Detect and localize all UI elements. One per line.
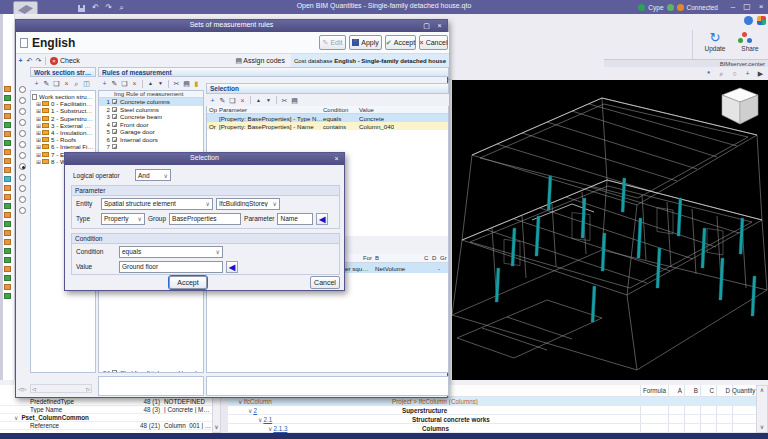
columns-icon[interactable]: ◫ <box>82 79 91 88</box>
edit-button[interactable]: ✎ Edit <box>319 35 346 50</box>
add-icon[interactable]: + <box>16 56 25 65</box>
edit-icon[interactable]: ✎ <box>218 96 227 105</box>
navigation-cube[interactable] <box>718 86 762 126</box>
user-icon[interactable] <box>667 4 674 11</box>
entity-class-select[interactable]: IfcBuildingStorey∨ <box>216 198 280 210</box>
property-row[interactable]: Type Name48 (3)| Concrete | Metal <box>0 406 212 414</box>
rule-set-radio[interactable] <box>19 130 26 137</box>
tree-item[interactable]: ⊞4 - Insulation and <box>32 129 94 136</box>
cut-icon[interactable]: ✂ <box>280 96 289 105</box>
add-icon[interactable]: + <box>32 79 41 88</box>
tree-root-item[interactable]: Work section structure <box>32 93 94 100</box>
tree-item[interactable]: ⊞6 - Internal Finishe <box>32 143 94 150</box>
rule-set-radio[interactable] <box>19 86 26 93</box>
rule-set-radio[interactable] <box>19 185 26 192</box>
quantity-row[interactable]: ∨2.1Structural concrete works <box>228 415 756 424</box>
maximize-button[interactable]: ▢ <box>740 1 754 13</box>
edit-icon[interactable]: ✎ <box>42 79 51 88</box>
paste-icon[interactable]: ▤ <box>290 96 299 105</box>
nav-left-icon[interactable]: ◁ <box>18 386 22 392</box>
expand-icon[interactable]: ⊞ <box>36 158 41 165</box>
move-up-icon[interactable]: ▲ <box>254 96 263 105</box>
expand-icon[interactable]: ⊞ <box>36 129 41 136</box>
dialog-close-button[interactable]: × <box>330 154 343 164</box>
edit-icon[interactable]: ✎ <box>110 79 119 88</box>
scroll-down-icon[interactable]: ∨ <box>757 423 767 432</box>
rule-set-radio[interactable] <box>19 207 26 214</box>
expand-icon[interactable]: ⊞ <box>36 143 41 150</box>
rule-row[interactable]: 5Garage door <box>99 128 203 136</box>
paste-icon[interactable]: ▤ <box>182 79 191 88</box>
tree-nav-buttons[interactable]: ◁ ▷ <box>18 384 27 393</box>
collapse-icon[interactable]: ∨ <box>258 416 262 423</box>
copy-icon[interactable]: ❏ <box>52 79 61 88</box>
rule-checkbox[interactable] <box>112 122 117 127</box>
rule-set-radio[interactable] <box>19 108 26 115</box>
cype-icon[interactable] <box>638 4 645 11</box>
collapse-icon[interactable]: ∨ <box>238 398 242 405</box>
rule-set-radio[interactable] <box>19 174 26 181</box>
rules-dialog-titlebar[interactable]: Sets of measurement rules ▢ × <box>16 20 447 32</box>
rule-checkbox[interactable] <box>112 99 117 104</box>
rule-checkbox[interactable] <box>112 107 117 112</box>
tree-item[interactable]: ⊞5 - Roofs <box>32 136 94 143</box>
cancel-button[interactable]: × Cancel <box>419 35 448 50</box>
delete-icon[interactable]: × <box>62 79 71 88</box>
rule-checkbox[interactable] <box>112 114 117 119</box>
quantity-row[interactable]: ∨IfcColumnProject > IfcColumn (Columns) <box>228 397 756 406</box>
rule-row[interactable]: 4Front door <box>99 121 203 129</box>
scroll-up-icon[interactable]: ∧ <box>757 386 767 395</box>
rule-row[interactable]: 1Concrete columns <box>99 98 203 106</box>
expand-icon[interactable]: ⊞ <box>36 107 41 114</box>
collapse-icon[interactable]: ∨ <box>268 425 272 432</box>
rule-set-radio[interactable] <box>19 196 26 203</box>
accept-button[interactable]: Accept <box>169 276 207 289</box>
rule-set-radio[interactable] <box>19 141 26 148</box>
nav-right-icon[interactable]: ▷ <box>23 386 27 392</box>
delete-icon[interactable]: × <box>130 79 139 88</box>
quantity-row[interactable]: ∨2Superstructure <box>228 406 756 415</box>
measure-fragment-row[interactable]: er squa... NetVolume - <box>345 263 448 273</box>
undo-icon[interactable]: ↶ <box>25 56 34 65</box>
orbit-icon[interactable]: + <box>742 69 753 79</box>
tree-item[interactable]: ⊞2 - Superstructure <box>32 115 94 122</box>
assign-codes-button[interactable]: Assign codes <box>243 57 285 64</box>
parameter-field[interactable]: Name <box>277 213 313 225</box>
expand-icon[interactable]: ⊞ <box>36 115 41 122</box>
rule-set-radio[interactable] <box>19 163 26 170</box>
selection-row[interactable]: [Property: BaseProperties] - Type Nameeq… <box>207 114 448 122</box>
delete-icon[interactable]: × <box>238 96 247 105</box>
tree-item[interactable]: ⊞1 - Substructure <box>32 107 94 114</box>
close-button[interactable]: × <box>754 1 768 13</box>
rule-set-radio[interactable] <box>19 97 26 104</box>
collapse-icon[interactable]: ∨ <box>248 407 252 414</box>
accept-button[interactable]: ✔ Accept <box>385 35 416 50</box>
logical-operator-select[interactable]: And∨ <box>135 169 171 181</box>
rule-checkbox[interactable] <box>112 137 117 142</box>
tree-item[interactable]: ⊞0 - Facilitating wor <box>32 100 94 107</box>
scroll-down-icon[interactable]: ∨ <box>213 423 220 432</box>
rule-row[interactable]: 24Cladding (kitchen and laundr... <box>99 368 203 373</box>
condition-select[interactable]: equals∨ <box>119 246 223 258</box>
highlight-icon[interactable]: ▮ <box>192 79 201 88</box>
share-button[interactable]: Share <box>734 31 766 52</box>
apps-icon[interactable] <box>757 16 766 25</box>
property-row[interactable]: Reference48 (21)Column_001 | Column_002 … <box>0 422 212 430</box>
add-icon[interactable]: + <box>208 96 217 105</box>
rule-checkbox[interactable] <box>112 144 117 149</box>
pick-parameter-button[interactable]: ◀ <box>316 213 328 225</box>
value-field[interactable]: Ground floor <box>119 261 223 273</box>
expand-icon[interactable]: ⊞ <box>36 136 41 143</box>
apply-button[interactable]: Apply <box>349 35 382 50</box>
expand-icon[interactable]: ⊞ <box>36 151 41 158</box>
selection-row[interactable]: Or[Property: BaseProperties] - Nameconta… <box>207 122 448 130</box>
zoom-extents-icon[interactable]: * <box>703 69 714 79</box>
rule-row[interactable]: 2Steel columns <box>99 106 203 114</box>
search-icon[interactable]: ⌕ <box>72 79 81 88</box>
property-row[interactable]: ∨Pset_ColumnCommon <box>0 414 212 422</box>
rule-checkbox[interactable] <box>112 370 117 373</box>
move-down-icon[interactable]: ▼ <box>156 79 165 88</box>
update-button[interactable]: ↻ Update <box>698 31 732 52</box>
move-down-icon[interactable]: ▼ <box>264 96 273 105</box>
dialog-maximize-button[interactable]: ▢ <box>420 21 433 31</box>
